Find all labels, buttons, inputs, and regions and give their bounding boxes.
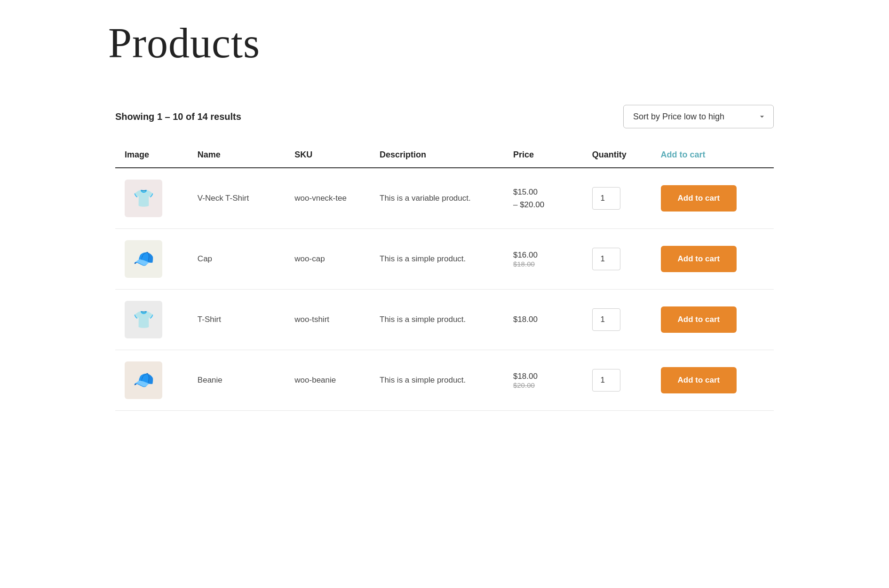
product-image-cell: 👕 — [115, 290, 188, 350]
add-to-cart-button[interactable]: Add to cart — [661, 185, 737, 212]
product-name: V-Neck T-Shirt — [188, 168, 285, 229]
product-image: 🧢 — [125, 361, 162, 399]
product-image: 🧢 — [125, 240, 162, 278]
product-price: $18.00$20.00 — [504, 350, 583, 411]
table-header-row: Image Name SKU Description Price Quantit… — [115, 142, 774, 168]
price-current: $15.00 — [513, 188, 538, 196]
add-to-cart-cell: Add to cart — [651, 350, 774, 411]
quantity-input[interactable] — [592, 369, 620, 392]
product-price: $15.00 – $20.00 — [504, 168, 583, 229]
quantity-input[interactable] — [592, 248, 620, 270]
product-name: T-Shirt — [188, 290, 285, 350]
table-row: 👕V-Neck T-Shirtwoo-vneck-teeThis is a va… — [115, 168, 774, 229]
quantity-cell — [583, 229, 651, 290]
col-header-price: Price — [504, 142, 583, 168]
price-current: $18.00 — [513, 372, 538, 381]
product-image-cell: 🧢 — [115, 350, 188, 411]
product-description: This is a simple product. — [370, 350, 504, 411]
product-image: 👕 — [125, 180, 162, 217]
sort-select[interactable]: Sort by Price low to high Default sortin… — [623, 105, 774, 128]
add-to-cart-cell: Add to cart — [651, 168, 774, 229]
quantity-input[interactable] — [592, 308, 620, 331]
col-header-name: Name — [188, 142, 285, 168]
col-header-quantity: Quantity — [583, 142, 651, 168]
table-row: 🧢Capwoo-capThis is a simple product.$16.… — [115, 229, 774, 290]
product-image-cell: 👕 — [115, 168, 188, 229]
price-max: $20.00 — [520, 200, 544, 209]
col-header-addtocart: Add to cart — [651, 142, 774, 168]
price-old: $18.00 — [513, 260, 573, 268]
product-name: Beanie — [188, 350, 285, 411]
page-title: Products — [38, 0, 851, 95]
add-to-cart-cell: Add to cart — [651, 229, 774, 290]
price-current: $18.00 — [513, 315, 538, 324]
toolbar: Showing 1 – 10 of 14 results Sort by Pri… — [115, 95, 774, 142]
results-count: Showing 1 – 10 of 14 results — [115, 111, 241, 122]
col-header-sku: SKU — [285, 142, 370, 168]
add-to-cart-button[interactable]: Add to cart — [661, 306, 737, 333]
quantity-input[interactable] — [592, 187, 620, 210]
add-to-cart-button[interactable]: Add to cart — [661, 246, 737, 272]
product-sku: woo-tshirt — [285, 290, 370, 350]
product-image: 👕 — [125, 301, 162, 338]
col-header-description: Description — [370, 142, 504, 168]
product-sku: woo-beanie — [285, 350, 370, 411]
product-sku: woo-vneck-tee — [285, 168, 370, 229]
price-current: $16.00 — [513, 251, 538, 259]
price-old: $20.00 — [513, 381, 573, 389]
price-separator: – — [513, 200, 520, 209]
quantity-cell — [583, 290, 651, 350]
quantity-cell — [583, 168, 651, 229]
table-row: 🧢Beaniewoo-beanieThis is a simple produc… — [115, 350, 774, 411]
product-image-cell: 🧢 — [115, 229, 188, 290]
product-price: $16.00$18.00 — [504, 229, 583, 290]
product-name: Cap — [188, 229, 285, 290]
table-row: 👕T-Shirtwoo-tshirtThis is a simple produ… — [115, 290, 774, 350]
add-to-cart-button[interactable]: Add to cart — [661, 367, 737, 393]
col-header-image: Image — [115, 142, 188, 168]
products-table: Image Name SKU Description Price Quantit… — [115, 142, 774, 411]
product-sku: woo-cap — [285, 229, 370, 290]
product-price: $18.00 — [504, 290, 583, 350]
product-description: This is a simple product. — [370, 290, 504, 350]
quantity-cell — [583, 350, 651, 411]
product-description: This is a simple product. — [370, 229, 504, 290]
add-to-cart-cell: Add to cart — [651, 290, 774, 350]
product-description: This is a variable product. — [370, 168, 504, 229]
